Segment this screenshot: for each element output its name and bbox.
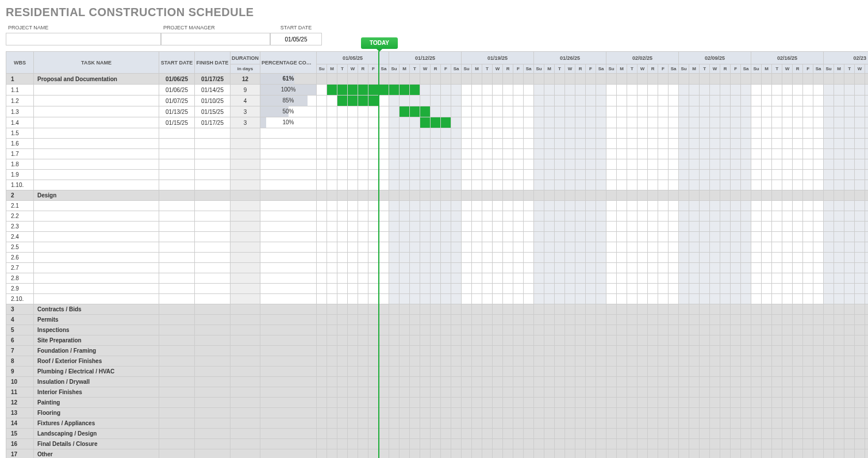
day-cell[interactable] <box>503 387 513 398</box>
day-cell[interactable] <box>358 96 368 106</box>
day-cell[interactable] <box>462 149 472 159</box>
day-cell[interactable] <box>379 273 389 284</box>
day-cell[interactable] <box>731 387 741 398</box>
day-cell[interactable] <box>348 201 358 211</box>
day-cell[interactable] <box>689 315 700 325</box>
day-cell[interactable] <box>575 117 586 128</box>
day-cell[interactable] <box>379 232 389 242</box>
day-cell[interactable] <box>596 398 606 408</box>
day-cell[interactable] <box>637 74 648 85</box>
day-cell[interactable] <box>441 304 451 315</box>
day-cell[interactable] <box>648 149 658 159</box>
day-cell[interactable] <box>772 418 782 429</box>
day-cell[interactable] <box>327 201 337 211</box>
day-cell[interactable] <box>441 232 451 242</box>
cell-duration[interactable] <box>231 180 260 190</box>
day-cell[interactable] <box>420 180 431 190</box>
day-cell[interactable] <box>627 180 637 190</box>
day-cell[interactable] <box>472 367 482 377</box>
day-cell[interactable] <box>844 449 855 459</box>
day-cell[interactable] <box>865 335 868 346</box>
day-cell[interactable] <box>782 408 793 418</box>
day-cell[interactable] <box>803 429 813 439</box>
day-cell[interactable] <box>844 180 855 190</box>
day-cell[interactable] <box>772 117 782 128</box>
day-cell[interactable] <box>782 377 793 387</box>
day-cell[interactable] <box>368 106 379 117</box>
day-cell[interactable] <box>472 211 482 222</box>
day-cell[interactable] <box>410 85 420 96</box>
cell-wbs[interactable]: 1.4 <box>6 117 34 128</box>
day-cell[interactable] <box>813 253 824 263</box>
day-cell[interactable] <box>534 128 544 139</box>
day-cell[interactable] <box>793 418 803 429</box>
day-cell[interactable] <box>524 128 534 139</box>
day-cell[interactable] <box>503 304 513 315</box>
day-cell[interactable] <box>824 304 834 315</box>
day-cell[interactable] <box>348 263 358 273</box>
day-cell[interactable] <box>368 128 379 139</box>
day-cell[interactable] <box>586 180 596 190</box>
cell-start[interactable] <box>159 222 195 232</box>
day-cell[interactable] <box>813 180 824 190</box>
day-cell[interactable] <box>596 346 606 356</box>
day-cell[interactable] <box>400 335 410 346</box>
day-cell[interactable] <box>855 439 865 449</box>
day-cell[interactable] <box>462 356 472 367</box>
day-cell[interactable] <box>700 346 710 356</box>
day-cell[interactable] <box>431 253 441 263</box>
day-cell[interactable] <box>669 128 679 139</box>
day-cell[interactable] <box>762 315 772 325</box>
day-cell[interactable] <box>741 325 751 335</box>
day-cell[interactable] <box>462 74 472 85</box>
day-cell[interactable] <box>337 85 348 96</box>
day-cell[interactable] <box>379 346 389 356</box>
day-cell[interactable] <box>855 325 865 335</box>
day-cell[interactable] <box>493 96 503 106</box>
day-cell[interactable] <box>865 232 868 242</box>
day-cell[interactable] <box>689 284 700 294</box>
day-cell[interactable] <box>389 408 400 418</box>
day-cell[interactable] <box>720 242 731 253</box>
day-cell[interactable] <box>637 117 648 128</box>
day-cell[interactable] <box>762 242 772 253</box>
day-cell[interactable] <box>337 418 348 429</box>
day-cell[interactable] <box>803 170 813 180</box>
day-cell[interactable] <box>710 263 720 273</box>
day-cell[interactable] <box>400 211 410 222</box>
day-cell[interactable] <box>793 85 803 96</box>
day-cell[interactable] <box>503 429 513 439</box>
day-cell[interactable] <box>493 325 503 335</box>
day-cell[interactable] <box>451 180 462 190</box>
day-cell[interactable] <box>700 232 710 242</box>
day-cell[interactable] <box>358 180 368 190</box>
day-cell[interactable] <box>669 159 679 170</box>
day-cell[interactable] <box>555 346 565 356</box>
day-cell[interactable] <box>544 159 555 170</box>
day-cell[interactable] <box>482 139 493 149</box>
day-cell[interactable] <box>389 449 400 459</box>
day-cell[interactable] <box>834 398 844 408</box>
day-cell[interactable] <box>503 242 513 253</box>
day-cell[interactable] <box>358 418 368 429</box>
day-cell[interactable] <box>700 439 710 449</box>
day-cell[interactable] <box>379 408 389 418</box>
day-cell[interactable] <box>524 387 534 398</box>
day-cell[interactable] <box>710 149 720 159</box>
day-cell[interactable] <box>534 356 544 367</box>
day-cell[interactable] <box>358 106 368 117</box>
day-cell[interactable] <box>669 367 679 377</box>
day-cell[interactable] <box>793 398 803 408</box>
day-cell[interactable] <box>637 159 648 170</box>
day-cell[interactable] <box>751 85 762 96</box>
day-cell[interactable] <box>689 273 700 284</box>
day-cell[interactable] <box>472 387 482 398</box>
cell-task[interactable]: Roof / Exterior Finishes <box>34 356 159 367</box>
day-cell[interactable] <box>555 201 565 211</box>
day-cell[interactable] <box>710 408 720 418</box>
day-cell[interactable] <box>358 398 368 408</box>
day-cell[interactable] <box>534 294 544 304</box>
day-cell[interactable] <box>420 398 431 408</box>
day-cell[interactable] <box>844 273 855 284</box>
day-cell[interactable] <box>482 304 493 315</box>
